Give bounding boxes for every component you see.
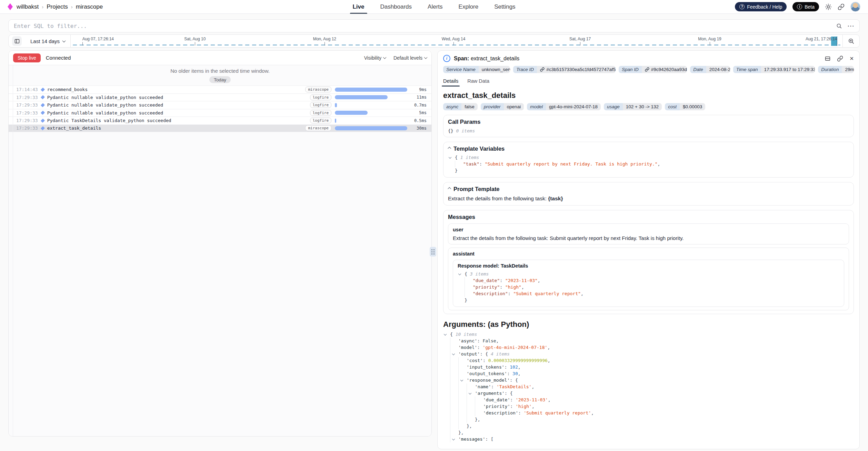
breadcrumb-project[interactable]: mirascope [76,3,103,10]
tree-collapse-icon[interactable] [449,156,451,159]
default-levels-dropdown[interactable]: Default levels [393,55,427,61]
nav-tab-alerts[interactable]: Alerts [428,0,442,14]
theme-toggle-icon[interactable] [825,3,832,10]
span-title: Span: extract_task_details [454,56,519,62]
tree-line: } [458,297,839,303]
timeline-tick-mark [453,42,454,46]
trace-row-duration: 0.7ms [411,103,427,108]
tab-details[interactable]: Details [443,78,458,87]
beta-button[interactable]: i Beta [792,2,819,11]
user-message-card: user Extract the details from the follow… [448,223,849,244]
timeline-strip[interactable]: Aug 07, 17:26:14Sat, Aug 10Mon, Aug 12We… [71,35,842,47]
breadcrumb-org[interactable]: willbakst [17,3,39,10]
nav-tab-live[interactable]: Live [352,0,364,14]
time-range-dropdown[interactable]: Last 14 days [25,35,70,47]
collapse-icon [448,187,451,191]
more-options-icon[interactable]: ⋯ [847,24,854,28]
search-icon[interactable] [836,23,842,29]
breadcrumb-separator-icon: › [71,4,73,10]
pill-label: Time span [733,66,761,73]
split-view-icon[interactable] [825,56,831,62]
span-detail-panel: i Span: extract_task_details ✕ Service N… [437,50,860,449]
tree-line: 'model': 'gpt-4o-mini-2024-07-18', [443,344,854,351]
trace-row[interactable]: 17:29:33Pydantic TaskDetails validate_py… [9,117,431,124]
trace-row[interactable]: 17:29:33extract_task_detailsmirascope30m… [9,124,431,132]
timeline-tick-mark [195,42,195,46]
tree-collapse-icon[interactable] [460,379,463,381]
tree-line: 'output': { 4 items [443,351,854,357]
breadcrumb-section[interactable]: Projects [47,3,68,10]
pill-value-text: 102 + 30 -> 132 [626,104,659,109]
sidebar-toggle-button[interactable] [9,35,25,47]
pill-label: Date [690,66,706,73]
question-icon: ? [739,4,745,9]
meta-service-name: Service Nameunknown_service [443,66,510,73]
pill-label: Trace ID [513,66,537,73]
panel-resize-handle[interactable] [430,247,436,257]
tree-line: 'input_tokens': 102, [443,364,854,370]
feedback-help-button[interactable]: ? Feedback / Help [735,2,787,11]
stop-live-button[interactable]: Stop live [13,53,41,62]
duration-bar [335,95,388,99]
tree-collapse-icon[interactable] [452,352,455,355]
pill-value-text: 29ms [845,67,854,72]
meta-trace-id: Trace ID#c3b5157330ea5c1fd4572747af512d2… [513,66,616,73]
navbar-actions: ? Feedback / Help i Beta [735,2,860,12]
default-levels-label: Default levels [393,55,422,61]
span-diamond-icon [41,126,45,130]
tab-raw-data[interactable]: Raw Data [467,78,489,87]
nav-tab-dashboards[interactable]: Dashboards [380,0,412,14]
trace-row[interactable]: 17:29:33Pydantic nullable validate_pytho… [9,93,431,101]
trace-row-time: 17:29:33 [16,102,38,108]
share-link-icon[interactable] [838,3,845,10]
close-icon[interactable]: ✕ [849,56,854,62]
trace-row[interactable]: 17:14:43recommend_booksmirascope9ms [9,86,431,93]
template-variables-tree: { 1 items"task": "Submit quarterly repor… [448,154,849,174]
org-logo-icon[interactable] [8,3,13,10]
meta-duration: Duration29ms [818,66,854,73]
timeline-tick-mark [837,42,837,46]
trace-row-duration: 11ms [411,95,427,100]
prompt-template-header[interactable]: Prompt Template [448,186,849,192]
tree-collapse-icon[interactable] [444,333,447,335]
duration-bar-track [335,88,407,92]
pill-value-text: gpt-4o-mini-2024-07-18 [549,104,598,109]
tree-collapse-icon[interactable] [452,438,455,440]
link-icon[interactable] [645,67,649,72]
trace-row-name: recommend_books [47,87,88,92]
nav-tab-explore[interactable]: Explore [459,0,479,14]
pill-label: provider [481,103,504,110]
timeline-zoom-in-button[interactable] [843,35,859,47]
trace-row-name: Pydantic nullable validate_python succee… [47,95,163,100]
timeline-tick-label: Wed, Aug 14 [442,37,466,41]
tree-line: }, [443,423,854,429]
span-meta-pills: Service Nameunknown_serviceTrace ID#c3b5… [443,66,854,73]
user-avatar[interactable] [850,2,860,12]
tree-line: "task": "Submit quarterly report by next… [448,161,849,167]
sql-filter-input[interactable] [14,23,836,29]
prompt-template-text: Extract the details from the following t… [448,196,849,202]
template-variables-header[interactable]: Template Variables [448,146,849,152]
list-scroll-gutter[interactable] [9,65,13,436]
timeline-tick-mark [580,42,580,46]
scope-badge: logfire [310,110,331,116]
empty-object-glyph: {} [448,128,453,133]
tree-collapse-icon[interactable] [469,392,471,394]
duration-bar [335,119,336,123]
copy-link-icon[interactable] [837,56,843,62]
tree-collapse-icon[interactable] [458,272,461,275]
collapse-icon [448,147,451,150]
scope-badge: mirascope [305,87,331,92]
connection-status: Connected [46,55,71,61]
live-panel-header: Stop live Connected Visibility Default l… [9,51,431,65]
timeline-activity-line [73,44,840,46]
trace-row[interactable]: 17:29:33Pydantic nullable validate_pytho… [9,101,431,109]
visibility-label: Visibility [364,55,381,61]
item-count: 0 items [456,128,475,133]
link-icon[interactable] [540,67,545,72]
nav-tab-settings[interactable]: Settings [494,0,515,14]
tree-line: 'output_tokens': 30, [443,370,854,377]
trace-row-name: Pydantic TaskDetails validate_python suc… [47,118,171,123]
visibility-dropdown[interactable]: Visibility [364,55,386,61]
trace-row[interactable]: 17:29:33Pydantic nullable validate_pytho… [9,109,431,117]
